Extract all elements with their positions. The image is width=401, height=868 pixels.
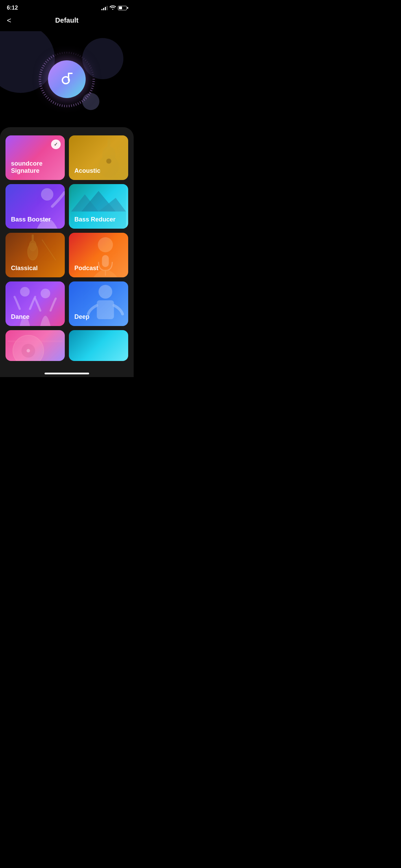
status-bar: 6:12	[0, 0, 134, 13]
page-title: Default	[55, 16, 78, 24]
svg-line-17	[69, 105, 70, 107]
svg-rect-74	[68, 73, 73, 74]
svg-line-60	[80, 56, 81, 57]
svg-line-1	[93, 82, 95, 82]
svg-line-10	[83, 99, 85, 100]
svg-line-70	[92, 74, 94, 75]
eq-card-label: Dance	[11, 313, 59, 321]
svg-point-92	[20, 287, 30, 297]
eq-grid-panel: ✓ soundcore Signature Acoustic	[0, 127, 134, 369]
svg-line-67	[90, 68, 92, 68]
signal-icon	[101, 5, 108, 10]
svg-line-62	[83, 58, 84, 60]
svg-line-58	[76, 53, 76, 55]
wifi-icon	[110, 5, 116, 11]
svg-line-12	[80, 101, 81, 104]
svg-point-78	[106, 158, 112, 164]
eq-card-label: Deep	[74, 313, 123, 321]
eq-grid: ✓ soundcore Signature Acoustic	[5, 135, 128, 326]
hero-section	[0, 31, 134, 127]
svg-line-30	[42, 92, 45, 94]
svg-line-2	[92, 84, 95, 84]
svg-rect-85	[32, 234, 34, 241]
svg-line-20	[62, 105, 62, 107]
svg-line-65	[88, 63, 89, 64]
svg-line-51	[60, 53, 60, 55]
svg-line-64	[86, 62, 88, 63]
disc-center[interactable]	[48, 60, 86, 98]
svg-line-48	[53, 55, 54, 57]
svg-line-33	[40, 86, 42, 86]
svg-line-31	[41, 90, 44, 91]
svg-line-4	[91, 88, 93, 89]
svg-line-15	[73, 104, 74, 106]
eq-card-label: Podcast	[74, 265, 123, 272]
svg-point-98	[27, 349, 30, 352]
eq-grid-partial	[5, 330, 128, 361]
svg-line-29	[44, 94, 46, 95]
eq-card-soundcore-signature[interactable]: ✓ soundcore Signature	[5, 135, 65, 180]
svg-line-22	[57, 103, 58, 106]
svg-point-94	[99, 285, 112, 299]
svg-line-13	[78, 103, 79, 105]
svg-line-16	[71, 105, 72, 107]
svg-line-47	[51, 56, 52, 58]
svg-line-37	[39, 77, 41, 77]
eq-card-bass-booster[interactable]: Bass Booster	[5, 184, 65, 229]
home-indicator	[0, 369, 134, 377]
svg-line-88	[42, 240, 56, 260]
svg-line-14	[76, 103, 76, 106]
eq-card-label: soundcore Signature	[11, 160, 59, 174]
svg-line-69	[92, 72, 93, 72]
svg-line-49	[55, 54, 56, 56]
svg-line-59	[78, 54, 78, 56]
back-button[interactable]: <	[7, 16, 11, 25]
svg-line-6	[89, 92, 91, 94]
svg-line-63	[85, 60, 86, 61]
eq-card-partial-right[interactable]	[69, 330, 128, 361]
svg-line-68	[91, 70, 93, 71]
nav-header: < Default	[0, 13, 134, 31]
eq-card-acoustic[interactable]: Acoustic	[69, 135, 128, 180]
time-display: 6:12	[7, 5, 18, 11]
svg-line-19	[64, 105, 65, 107]
svg-line-42	[42, 65, 45, 67]
svg-line-5	[90, 90, 92, 91]
music-disc	[33, 45, 101, 113]
eq-card-deep[interactable]: Deep	[69, 281, 128, 326]
eq-card-bass-reducer[interactable]: Bass Reducer	[69, 184, 128, 229]
svg-line-21	[60, 104, 60, 106]
eq-card-label: Bass Reducer	[74, 216, 123, 223]
selected-check: ✓	[51, 140, 61, 149]
svg-line-25	[51, 100, 52, 102]
svg-line-27	[47, 97, 49, 99]
svg-line-66	[89, 65, 90, 67]
svg-line-9	[85, 97, 87, 99]
svg-line-41	[41, 67, 44, 68]
eq-card-label: Acoustic	[74, 167, 123, 174]
svg-line-26	[49, 99, 50, 100]
svg-point-87	[29, 241, 36, 251]
svg-line-46	[49, 58, 50, 59]
eq-card-partial-left[interactable]	[5, 330, 65, 361]
svg-point-89	[98, 237, 113, 252]
svg-line-52	[62, 52, 62, 54]
status-icons	[101, 5, 127, 11]
svg-line-7	[88, 94, 90, 95]
eq-card-label: Bass Booster	[11, 216, 59, 223]
svg-line-43	[44, 63, 46, 64]
eq-card-podcast[interactable]: Podcast	[69, 233, 128, 277]
svg-line-28	[45, 96, 47, 97]
eq-card-classical[interactable]: Classical	[5, 233, 65, 277]
svg-line-34	[39, 84, 41, 84]
svg-line-39	[40, 72, 42, 73]
eq-card-label: Classical	[11, 265, 59, 272]
svg-line-3	[92, 86, 94, 86]
svg-point-93	[41, 289, 50, 298]
svg-line-44	[45, 61, 47, 62]
svg-line-11	[82, 100, 83, 102]
svg-line-50	[58, 53, 58, 55]
svg-line-24	[53, 101, 54, 104]
svg-line-40	[40, 70, 43, 70]
eq-card-dance[interactable]: Dance	[5, 281, 65, 326]
